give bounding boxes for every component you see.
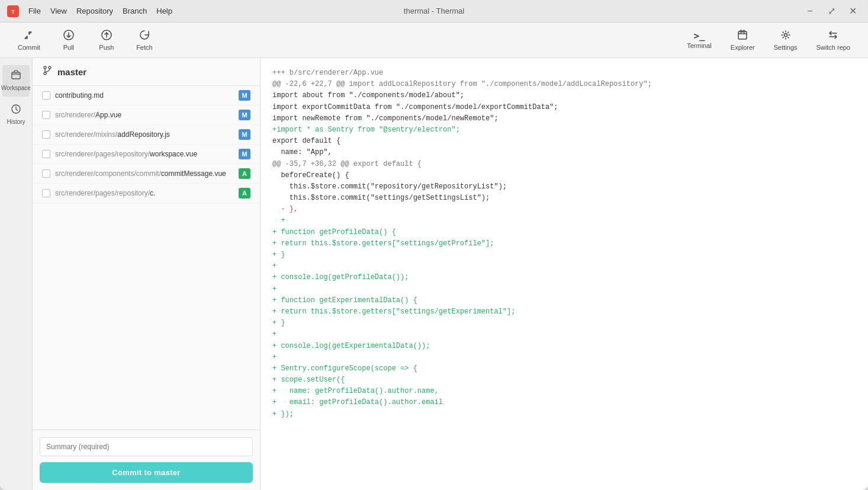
- file-item[interactable]: src/renderer/pages/repository/workspace.…: [33, 145, 260, 164]
- maximize-button[interactable]: ⤢: [823, 5, 840, 17]
- sidebar: Workspace History: [0, 58, 33, 490]
- fetch-toolbar-item[interactable]: Fetch: [127, 25, 162, 55]
- diff-line: name: "App",: [272, 147, 856, 158]
- diff-panel[interactable]: +++ b/src/renderer/App.vue@@ -22,6 +22,7…: [261, 58, 868, 490]
- fetch-icon: [139, 29, 150, 43]
- diff-line: import about from "./components/model/ab…: [272, 90, 856, 101]
- minimize-button[interactable]: −: [802, 5, 818, 17]
- diff-line: + return this.$store.getters["settings/g…: [272, 306, 856, 318]
- file-checkbox[interactable]: [42, 150, 50, 158]
- file-checkbox[interactable]: [42, 169, 50, 178]
- window-title: thermal - Thermal: [404, 7, 464, 15]
- settings-toolbar-item[interactable]: Settings: [766, 25, 806, 55]
- fetch-toolbar-label: Fetch: [136, 44, 153, 51]
- file-name: App.vue: [95, 111, 121, 119]
- diff-line: @@ -35,7 +36,32 @@ export default {: [272, 159, 856, 170]
- file-checkbox[interactable]: [42, 130, 50, 139]
- branch-name: master: [57, 67, 86, 77]
- diff-line: +: [272, 215, 856, 226]
- commit-summary-input[interactable]: [40, 437, 253, 456]
- file-dir: src/renderer/components/commit/: [55, 169, 161, 178]
- file-dir: src/renderer/: [55, 111, 95, 119]
- branch-icon: [42, 65, 53, 78]
- workspace-icon: [11, 70, 21, 83]
- diff-line: + function getProfileData() {: [272, 227, 856, 238]
- file-name: workspace.vue: [150, 150, 197, 158]
- diff-line: beforeCreate() {: [272, 170, 856, 181]
- diff-line: - },: [272, 204, 856, 215]
- terminal-toolbar-item[interactable]: >_ Terminal: [679, 28, 720, 53]
- diff-line: + }: [272, 249, 856, 261]
- svg-point-7: [784, 34, 787, 37]
- switch-repo-icon: [827, 29, 839, 43]
- commit-toolbar-item[interactable]: Commit: [9, 25, 49, 55]
- sidebar-item-history[interactable]: History: [2, 99, 30, 130]
- menu-file[interactable]: File: [28, 7, 41, 15]
- diff-line: + return this.$store.getters["settings/g…: [272, 238, 856, 249]
- titlebar-left: T File View Repository Branch Help: [7, 5, 172, 17]
- menu-branch[interactable]: Branch: [123, 7, 147, 15]
- file-dir: src/renderer/mixins/: [55, 130, 117, 139]
- file-path: src/renderer/components/commit/commitMes…: [55, 169, 234, 178]
- pull-icon: [63, 29, 75, 43]
- titlebar-menu: File View Repository Branch Help: [28, 7, 172, 15]
- menu-repository[interactable]: Repository: [76, 7, 113, 15]
- explorer-icon: [737, 29, 748, 43]
- file-item[interactable]: src/renderer/components/commit/commitMes…: [33, 164, 260, 184]
- explorer-toolbar-label: Explorer: [731, 44, 755, 51]
- diff-line: +: [272, 352, 856, 363]
- file-list: contributing.md M src/renderer/App.vue M…: [33, 86, 260, 430]
- toolbar-right: >_ Terminal Explorer: [679, 25, 859, 55]
- diff-line: export default {: [272, 136, 856, 147]
- pull-toolbar-item[interactable]: Pull: [51, 25, 86, 55]
- file-dir: src/renderer/pages/repository/: [55, 150, 150, 158]
- commit-icon: [23, 29, 35, 43]
- main-content: Workspace History: [0, 58, 868, 490]
- switch-repo-toolbar-item[interactable]: Switch repo: [808, 25, 859, 55]
- menu-view[interactable]: View: [50, 7, 67, 15]
- explorer-toolbar-item[interactable]: Explorer: [722, 25, 763, 55]
- file-checkbox[interactable]: [42, 189, 50, 197]
- file-panel: master contributing.md M src/renderer/Ap…: [33, 58, 261, 490]
- settings-icon: [780, 29, 792, 43]
- diff-line: +: [272, 261, 856, 272]
- diff-line: + });: [272, 409, 856, 420]
- close-button[interactable]: ✕: [844, 5, 861, 17]
- file-name: commitMessage.vue: [161, 169, 226, 178]
- file-path: contributing.md: [55, 91, 234, 100]
- file-item[interactable]: src/renderer/mixins/addRepository.js M: [33, 125, 260, 145]
- history-icon: [11, 104, 21, 117]
- file-badge-m: M: [239, 90, 250, 101]
- diff-line: +import * as Sentry from "@sentry/electr…: [272, 124, 856, 136]
- file-item[interactable]: src/renderer/pages/repository/c. A: [33, 184, 260, 203]
- diff-line: + }: [272, 318, 856, 329]
- file-name: c.: [150, 189, 155, 197]
- diff-line: + Sentry.configureScope(scope => {: [272, 363, 856, 374]
- file-checkbox[interactable]: [42, 91, 50, 100]
- file-name: contributing.md: [55, 91, 104, 100]
- commit-to-master-button[interactable]: Commit to master: [40, 462, 253, 483]
- diff-line: this.$store.commit("repository/getReposi…: [272, 181, 856, 193]
- file-path: src/renderer/App.vue: [55, 111, 234, 119]
- file-item[interactable]: src/renderer/App.vue M: [33, 105, 260, 125]
- file-item[interactable]: contributing.md M: [33, 86, 260, 105]
- workspace-label: Workspace: [1, 85, 31, 92]
- file-path: src/renderer/mixins/addRepository.js: [55, 130, 234, 139]
- diff-line: + console.log(getExperimentalData());: [272, 341, 856, 352]
- terminal-icon: >_: [693, 31, 705, 41]
- commit-toolbar-label: Commit: [18, 44, 40, 51]
- branch-header: master: [33, 58, 260, 86]
- window-controls: − ⤢ ✕: [802, 5, 861, 17]
- file-checkbox[interactable]: [42, 111, 50, 119]
- commit-area: Commit to master: [33, 430, 260, 490]
- push-icon: [101, 29, 112, 43]
- file-dir: src/renderer/pages/repository/: [55, 189, 150, 197]
- diff-line: +++ b/src/renderer/App.vue: [272, 68, 856, 79]
- diff-line: + function getExperimentalData() {: [272, 295, 856, 306]
- diff-line: + console.log(getProfileData());: [272, 272, 856, 283]
- sidebar-item-workspace[interactable]: Workspace: [2, 65, 30, 97]
- menu-help[interactable]: Help: [156, 7, 172, 15]
- push-toolbar-item[interactable]: Push: [89, 25, 124, 55]
- toolbar: Commit Pull Push: [0, 23, 868, 58]
- history-label: History: [7, 119, 25, 126]
